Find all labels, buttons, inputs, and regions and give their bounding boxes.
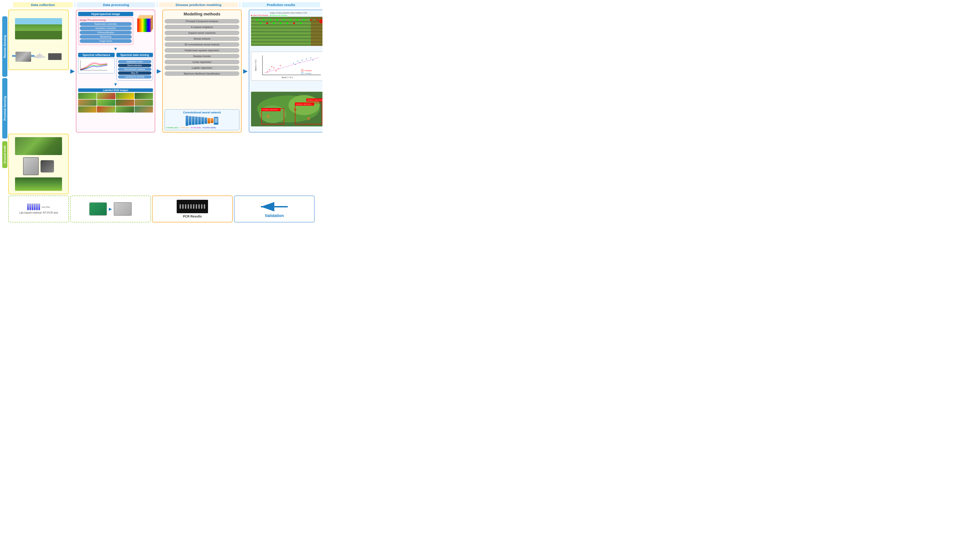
rgb-cell-11 [116, 106, 134, 113]
model-knn: K-nearest neighbors [164, 25, 239, 29]
preprocess-fusion: Image fusion [80, 39, 131, 43]
svg-text:×: × [278, 67, 279, 70]
data-processing-section: Hyperspectral image Image Pre-processing… [76, 10, 155, 133]
spectral-mining: Spectral data mining Vegetation index Ba… [117, 53, 153, 80]
rgb-cell-12 [135, 106, 153, 113]
proximal-row [8, 134, 322, 194]
svg-point-25 [283, 19, 285, 21]
leaf-result: GLRaV-1 (99.22%) GLRaV-1 (99.91%) GLRaV-… [251, 92, 322, 130]
svg-point-23 [269, 19, 271, 21]
aerial-image-box [251, 17, 322, 46]
image-preprocessing: Hyperspectral image Image Pre-processing… [78, 12, 133, 45]
model-lr: Linear regression [164, 60, 239, 64]
rgb-cell-8 [135, 100, 153, 106]
svg-point-68 [266, 115, 270, 118]
model-pls: Partial least squares regression [164, 48, 239, 52]
aerial-result: Image of Class predicted Class Healthy &… [251, 12, 322, 50]
cnn-layer-5 [198, 117, 201, 124]
rgb-cell-7 [116, 100, 134, 106]
svg-point-35 [286, 22, 288, 24]
svg-text:×: × [310, 57, 312, 59]
svg-text:×: × [297, 60, 299, 62]
header-data-processing: Data processing [77, 2, 155, 7]
disease-prediction-section: Modelling methods Principal Component an… [163, 10, 242, 133]
cnn-fc-layer [214, 117, 219, 124]
row-label-proximal: Proximal Sensing [2, 78, 7, 139]
svg-text:×: × [306, 58, 307, 60]
rgb-cell-1 [78, 93, 97, 99]
tube-6 [38, 204, 40, 210]
lab-tubes [27, 204, 40, 210]
cnn-layer-9 [211, 118, 214, 123]
mining-band: Band selection [118, 64, 151, 67]
svg-point-28 [303, 19, 305, 21]
svg-point-36 [293, 22, 295, 24]
svg-marker-1 [137, 15, 153, 18]
aerial-legend: ■ Class Pred Disease ■ Class Pred Health… [251, 14, 322, 16]
results-section: Image of Class predicted Class Healthy &… [249, 10, 322, 133]
ground-results: Validation [234, 196, 315, 223]
model-pca: Principal Component analysis [164, 19, 239, 23]
row-label-ground: Ground truth [2, 141, 7, 168]
svg-point-34 [280, 22, 281, 24]
svg-text:×: × [299, 61, 301, 64]
pcr-results-label: PCR Results [183, 215, 202, 218]
rgb-grid [78, 93, 153, 113]
legend-try: ● TRY (81) [180, 127, 189, 129]
remote-row: ▶ Hyperspectral image Image Pre-processi… [8, 10, 322, 133]
down-arrow-2: ▼ [78, 82, 153, 87]
svg-text:GLRaV-1 (99.22%): GLRaV-1 (99.22%) [263, 109, 278, 111]
cnn-title: Convolutional neural network [166, 111, 238, 114]
model-svm: Support vector machines [164, 31, 239, 35]
ground-processing: ▶ [70, 196, 151, 223]
spectral-reflectance: Spectral reflectance [78, 53, 115, 80]
modelling-title: Modelling methods [164, 12, 239, 16]
legend-healthy: ● Healthy (821) [166, 127, 179, 129]
svg-rect-38 [311, 17, 322, 46]
svg-point-27 [296, 19, 298, 21]
spectral-reflectance-title: Spectral reflectance [78, 53, 115, 57]
header-disease-prediction: Disease prediction modeling [159, 2, 238, 7]
drone-icon [48, 53, 62, 60]
svg-text:×: × [267, 71, 268, 73]
pcr-machine-2 [114, 202, 131, 216]
cnn-layer-8 [208, 118, 210, 123]
preprocess-ortho: Orthorectification [80, 31, 131, 34]
left-row-labels: Remote Sensing Proximal Sensing Ground t… [2, 10, 7, 223]
model-3dcnn: 3D convolutional neural network [164, 42, 239, 47]
rgb-cell-2 [97, 93, 115, 99]
spectrometer-icon [23, 157, 39, 175]
svg-text:×: × [273, 66, 274, 69]
pcr-machine-1 [89, 202, 107, 216]
vineyard-leaf-image [15, 137, 62, 155]
mining-vegetation: Vegetation index [118, 60, 151, 63]
validation-arrow [256, 200, 292, 213]
svg-text:×: × [269, 69, 270, 71]
svg-text:×: × [280, 64, 281, 67]
cnn-layer-6 [201, 117, 204, 124]
center-content: ▶ Hyperspectral image Image Pre-processi… [8, 10, 322, 223]
proximal-devices [23, 157, 54, 175]
down-arrow-1: ▼ [78, 46, 153, 51]
svg-text:× Healthy: × Healthy [304, 72, 312, 75]
svg-point-22 [263, 19, 264, 21]
cnn-layer-1 [186, 116, 188, 126]
rgb-cell-4 [135, 93, 153, 99]
mining-items-box: Vegetation index Band selection Discrimi… [117, 58, 153, 80]
main-container: Data collection Data processing Disease … [0, 0, 322, 224]
row-label-remote: Remote Sensing [2, 16, 7, 77]
svg-text:×: × [275, 70, 277, 72]
remote-data-collection [8, 10, 69, 70]
results-spacer [249, 134, 322, 194]
arrow-1: ▶ [70, 10, 75, 133]
cnn-layer-4 [195, 116, 198, 124]
virus-rna-label: Virus RNA [41, 206, 50, 208]
validation-label: Validation [264, 213, 284, 218]
ground-data-content: Virus RNA [27, 204, 50, 210]
arrow-pcr: ▶ [109, 206, 112, 211]
camera-icon [41, 160, 54, 172]
svg-point-26 [290, 19, 292, 21]
scatter-result: Band 1 / VI-1 Band 2 / VI-2 × × × × × [251, 52, 322, 90]
mining-discriminant: Discriminant analysis [118, 67, 151, 71]
satellite-icon [15, 52, 31, 62]
